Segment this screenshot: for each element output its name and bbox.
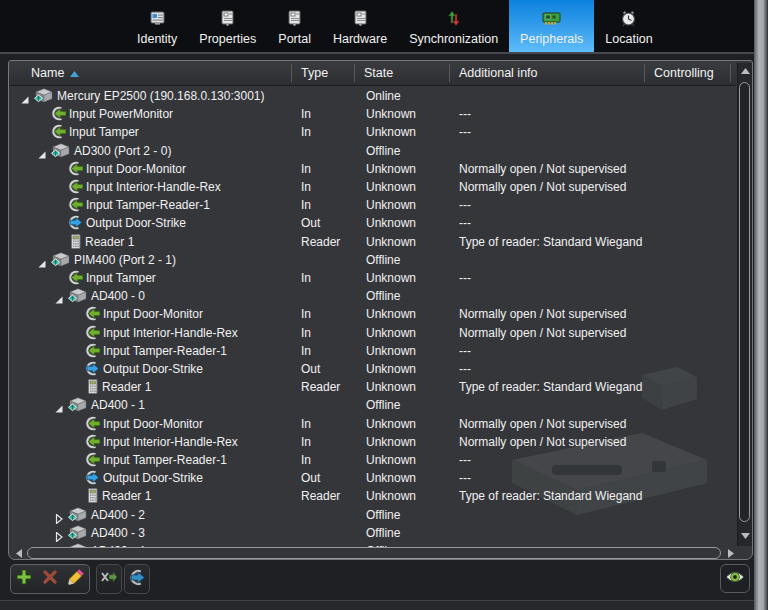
add-button[interactable] (11, 565, 37, 593)
tree-row[interactable]: Input PowerMonitorInUnknown--- (9, 105, 737, 123)
tree-row[interactable]: Input Door-MonitorInUnknownNormally open… (9, 160, 737, 178)
scroll-down-arrow-icon[interactable] (738, 529, 753, 543)
scroll-right-arrow-icon[interactable] (725, 547, 737, 560)
row-state: Unknown (366, 269, 416, 287)
row-state: Unknown (366, 487, 416, 505)
row-name: Input Tamper-Reader-1 (103, 342, 227, 360)
row-state: Unknown (366, 196, 416, 214)
row-state: Unknown (366, 324, 416, 342)
column-header-additional-info[interactable]: Additional info (459, 61, 538, 85)
peripherals-table-panel: Name Type State Additional info Controll… (8, 60, 753, 560)
unassign-button[interactable] (96, 564, 122, 594)
row-type: In (301, 433, 311, 451)
column-header-name[interactable]: Name (31, 61, 79, 85)
tree-row[interactable]: Reader 1ReaderUnknownType of reader: Sta… (9, 487, 737, 505)
tree-row[interactable]: Input TamperInUnknown--- (9, 123, 737, 141)
tree-row[interactable]: Input Tamper-Reader-1InUnknown--- (9, 196, 737, 214)
watch-button[interactable] (720, 564, 750, 593)
tree-row[interactable]: AD300 (Port 2 - 0)Offline (9, 142, 737, 160)
horizontal-scrollbar[interactable] (11, 547, 751, 560)
scroll-left-arrow-icon[interactable] (13, 547, 25, 560)
identity-icon (149, 7, 166, 29)
row-type: Out (301, 214, 320, 232)
row-name: Output Door-Strike (86, 214, 186, 232)
row-additional-info: --- (459, 269, 471, 287)
tab-hardware[interactable]: Hardware (322, 0, 398, 52)
tree-row[interactable]: Input TamperInUnknown--- (9, 269, 737, 287)
tree-row[interactable]: Input Interior-Handle-RexInUnknownNormal… (9, 324, 737, 342)
column-header-state[interactable]: State (364, 61, 393, 85)
row-additional-info: --- (459, 360, 471, 378)
tree-row[interactable]: Output Door-StrikeOutUnknown--- (9, 214, 737, 232)
row-type: In (301, 451, 311, 469)
row-type: In (301, 342, 311, 360)
row-additional-info: --- (459, 342, 471, 360)
io-control-button[interactable] (124, 564, 150, 594)
tab-properties[interactable]: Properties (188, 0, 267, 52)
tab-identity[interactable]: Identity (126, 0, 188, 52)
row-name: Input Interior-Handle-Rex (103, 433, 238, 451)
row-type: In (301, 196, 311, 214)
row-state: Unknown (366, 233, 416, 251)
tab-synchronization[interactable]: Synchronization (398, 0, 509, 52)
window-right-edge (754, 0, 768, 610)
column-divider[interactable] (730, 64, 731, 82)
row-state: Unknown (366, 160, 416, 178)
row-name: Reader 1 (102, 378, 151, 396)
tree-row[interactable]: Input Interior-Handle-RexInUnknownNormal… (9, 433, 737, 451)
edit-button[interactable] (63, 565, 89, 593)
column-divider[interactable] (354, 64, 355, 82)
tree-row[interactable]: Output Door-StrikeOutUnknown--- (9, 469, 737, 487)
tree-row[interactable]: Mercury EP2500 (190.168.0.130:3001)Onlin… (9, 87, 737, 105)
hardware-icon (353, 7, 368, 29)
tree-row[interactable]: AD400 - 0Offline (9, 287, 737, 305)
column-divider[interactable] (449, 64, 450, 82)
sort-ascending-icon (70, 61, 79, 85)
row-type: Out (301, 360, 320, 378)
column-divider[interactable] (644, 64, 645, 82)
horizontal-scrollbar-thumb[interactable] (27, 547, 721, 559)
tree-row[interactable]: Input Interior-Handle-RexInUnknownNormal… (9, 178, 737, 196)
tree-row[interactable]: Reader 1ReaderUnknownType of reader: Sta… (9, 233, 737, 251)
column-divider[interactable] (291, 64, 292, 82)
tab-location[interactable]: Location (594, 0, 663, 52)
pencil-icon (67, 568, 85, 590)
row-name: Mercury EP2500 (190.168.0.130:3001) (57, 87, 264, 105)
tree-row[interactable]: PIM400 (Port 2 - 1)Offline (9, 251, 737, 269)
tree-row[interactable]: Input Door-MonitorInUnknownNormally open… (9, 305, 737, 323)
tree-row[interactable]: Output Door-StrikeOutUnknown--- (9, 360, 737, 378)
expander-expanded-icon[interactable] (20, 91, 30, 101)
tree-row[interactable]: AD400 - 3Offline (9, 524, 737, 542)
column-header-type[interactable]: Type (301, 61, 328, 85)
expander-collapsed-icon[interactable] (54, 528, 64, 538)
tree-row[interactable]: Reader 1ReaderUnknownType of reader: Sta… (9, 378, 737, 396)
row-additional-info: Normally open / Not supervised (459, 160, 626, 178)
delete-button[interactable] (37, 565, 63, 593)
tree-row[interactable]: AD400 - 1Offline (9, 396, 737, 414)
row-type: In (301, 178, 311, 196)
tree-row[interactable]: Input Door-MonitorInUnknownNormally open… (9, 415, 737, 433)
expander-expanded-icon[interactable] (54, 400, 64, 410)
row-additional-info: --- (459, 451, 471, 469)
tree-row[interactable]: Input Tamper-Reader-1InUnknown--- (9, 342, 737, 360)
expander-expanded-icon[interactable] (37, 255, 47, 265)
row-additional-info: Normally open / Not supervised (459, 305, 626, 323)
vertical-scrollbar[interactable] (737, 63, 753, 546)
expander-expanded-icon[interactable] (37, 146, 47, 156)
row-name: Input Tamper (86, 269, 156, 287)
row-state: Offline (366, 506, 400, 524)
expander-collapsed-icon[interactable] (54, 510, 64, 520)
tree-row[interactable]: AD400 - 2Offline (9, 506, 737, 524)
tab-portal[interactable]: Portal (267, 0, 322, 52)
scroll-up-arrow-icon[interactable] (738, 64, 753, 78)
row-additional-info: Normally open / Not supervised (459, 415, 626, 433)
row-state: Online (366, 87, 401, 105)
column-header-controlling[interactable]: Controlling (654, 61, 714, 85)
tree-row[interactable]: Input Tamper-Reader-1InUnknown--- (9, 451, 737, 469)
row-additional-info: --- (459, 123, 471, 141)
expander-expanded-icon[interactable] (54, 291, 64, 301)
tab-peripherals[interactable]: Peripherals (509, 0, 594, 52)
row-type: Out (301, 469, 320, 487)
row-name: AD400 - 3 (91, 524, 145, 542)
vertical-scrollbar-thumb[interactable] (739, 82, 750, 522)
